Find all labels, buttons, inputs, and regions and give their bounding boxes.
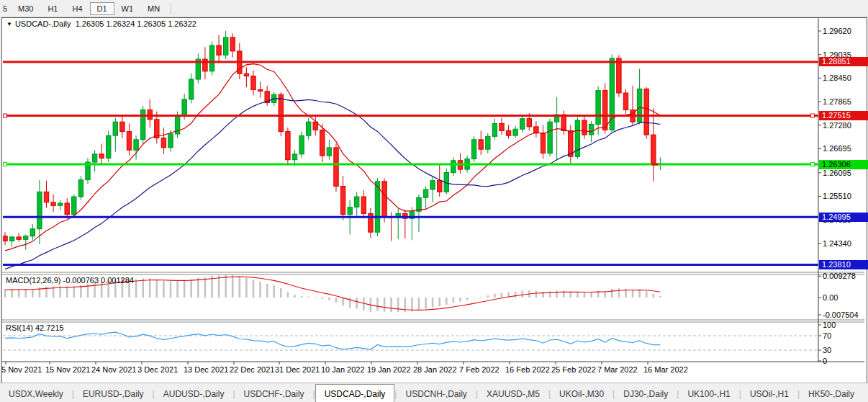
price-pane <box>3 31 818 269</box>
toolbar-divider <box>171 3 171 14</box>
timeframe-button-5[interactable]: 5 <box>0 2 11 15</box>
chart-canvas[interactable] <box>0 0 868 402</box>
tab-scroll-arrows: ◂▸ <box>863 383 868 402</box>
symbol-tab-uk100-h1[interactable]: UK100-,H1 <box>679 385 738 402</box>
symbol-tab-audusd-daily[interactable]: AUDUSD-,Daily <box>155 385 233 402</box>
timeframe-button-H4[interactable]: H4 <box>65 2 89 15</box>
symbol-tab-usdx-weekly[interactable]: USDX,Weekly <box>0 385 72 402</box>
macd-pane <box>4 274 661 312</box>
symbol-tab-usoil-h1[interactable]: USOil-,H1 <box>741 385 797 402</box>
rsi-line <box>5 332 660 349</box>
symbol-tab-ukoil-m30[interactable]: UKOil-,M30 <box>551 385 612 402</box>
symbol-tab-xauusd-m5[interactable]: XAUUSD-,M5 <box>478 385 548 402</box>
timeframe-button-W1[interactable]: W1 <box>114 2 141 15</box>
mt4-terminal: { "toolbar": { "timeframes": [ {"label":… <box>0 0 868 402</box>
rsi-pane <box>3 332 818 350</box>
macd-signal-line <box>5 277 660 310</box>
timeframe-toolbar: 5M30H1H4D1W1MN <box>0 0 868 17</box>
symbol-tab-eurusd-daily[interactable]: EURUSD-,Daily <box>74 385 153 402</box>
symbol-tab-usdchf-daily[interactable]: USDCHF-,Daily <box>235 385 313 402</box>
timeframe-button-M30[interactable]: M30 <box>11 2 40 15</box>
symbol-tab-dj30-daily[interactable]: DJ30-,Daily <box>615 385 677 402</box>
symbol-tab-hk50-daily[interactable]: HK50-,Daily <box>800 385 863 402</box>
line-handle <box>4 114 7 117</box>
timeframe-button-H1[interactable]: H1 <box>40 2 65 15</box>
current-price-tick <box>652 163 659 165</box>
line-handle <box>811 163 815 166</box>
symbol-tab-usdcnh-daily[interactable]: USDCNH-,Daily <box>397 385 475 402</box>
symbol-tab-usdcad-daily[interactable]: USDCAD-,Daily <box>315 384 395 402</box>
line-handle <box>4 163 7 166</box>
timeframe-button-D1[interactable]: D1 <box>90 2 114 15</box>
timeframe-button-MN[interactable]: MN <box>140 2 167 15</box>
symbol-tab-bar: USDX,Weekly|EURUSD-,Daily|AUDUSD-,Daily|… <box>0 383 868 402</box>
line-handle <box>811 114 815 117</box>
